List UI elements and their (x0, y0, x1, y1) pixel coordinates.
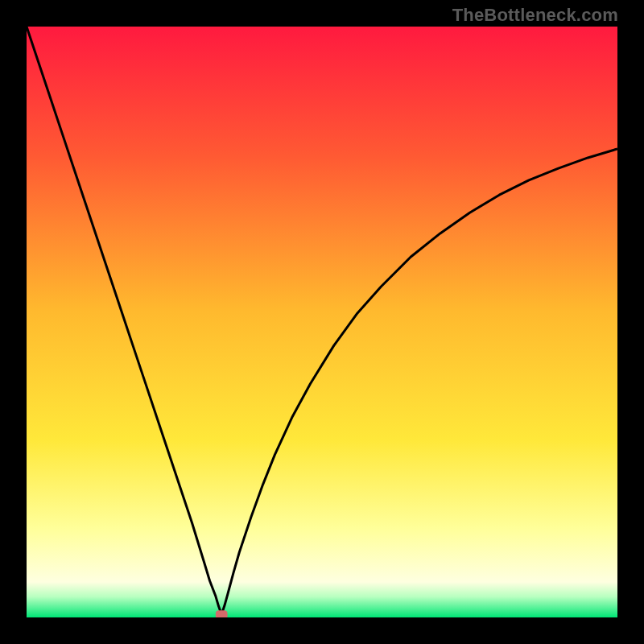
bottleneck-chart (27, 27, 617, 617)
chart-frame: TheBottleneck.com (0, 0, 644, 644)
notch-marker (216, 610, 228, 617)
gradient-background (27, 27, 617, 617)
watermark-text: TheBottleneck.com (452, 5, 618, 26)
